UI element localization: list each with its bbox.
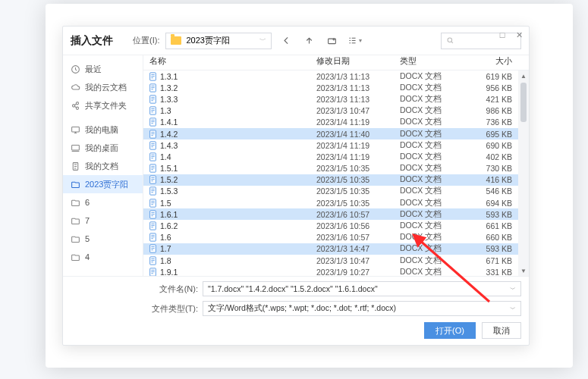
docx-icon — [148, 221, 157, 230]
folder-icon — [71, 234, 80, 244]
scroll-up-icon[interactable]: ▲ — [520, 70, 527, 81]
chevron-down-icon: ﹀ — [510, 305, 516, 313]
col-date[interactable]: 修改日期 — [316, 55, 400, 70]
close-icon[interactable]: ✕ — [514, 30, 524, 40]
sidebar: 最近我的云文档共享文件夹我的电脑我的桌面我的文档2023贾字阳6754 — [63, 55, 143, 276]
file-row[interactable]: 1.62023/1/6 10:57DOCX 文档660 KB — [143, 232, 518, 243]
docx-icon — [148, 95, 157, 104]
sidebar-item-6[interactable]: 我的文档 — [63, 157, 143, 175]
svg-rect-16 — [149, 153, 156, 161]
docx-icon — [148, 244, 157, 253]
folder-icon — [171, 36, 181, 45]
monitor-icon — [71, 125, 80, 135]
sidebar-item-7[interactable]: 2023贾字阳 — [63, 175, 143, 193]
file-row[interactable]: 1.4.12023/1/4 11:19DOCX 文档736 KB — [143, 117, 518, 128]
sidebar-item-2[interactable]: 共享文件夹 — [63, 96, 143, 114]
svg-rect-17 — [149, 164, 156, 172]
file-rows: 1.3.12023/1/3 11:13DOCX 文档619 KB1.3.2202… — [143, 70, 518, 276]
col-size[interactable]: 大小 — [465, 55, 518, 70]
svg-rect-26 — [149, 268, 156, 276]
open-button[interactable]: 打开(O) — [424, 322, 476, 339]
svg-rect-6 — [72, 127, 80, 132]
sidebar-item-4[interactable]: 我的电脑 — [63, 121, 143, 139]
location-combo[interactable]: 2023贾字阳 ﹀ — [165, 33, 272, 49]
file-row[interactable]: 1.72023/1/3 14:47DOCX 文档593 KB — [143, 243, 518, 255]
scroll-thumb[interactable] — [520, 83, 527, 122]
sidebar-item-8[interactable]: 6 — [63, 193, 143, 211]
file-row[interactable]: 1.5.32023/1/5 10:35DOCX 文档546 KB — [143, 186, 518, 197]
docx-icon — [148, 268, 157, 276]
file-row[interactable]: 1.42023/1/4 11:19DOCX 文档402 KB — [143, 151, 518, 162]
new-folder-button[interactable] — [323, 33, 340, 49]
docx-icon — [148, 117, 157, 127]
sidebar-item-1[interactable]: 我的云文档 — [63, 78, 143, 96]
file-row[interactable]: 1.3.12023/1/3 11:13DOCX 文档619 KB — [143, 70, 518, 82]
dialog-header: 插入文件 位置(I): 2023贾字阳 ﹀ ▾ — [63, 27, 529, 55]
location-value: 2023贾字阳 — [186, 35, 229, 46]
docx-icon — [148, 186, 157, 196]
docx-icon — [148, 199, 157, 208]
docx-icon — [148, 106, 157, 115]
col-type[interactable]: 类型 — [400, 55, 465, 70]
svg-rect-10 — [149, 84, 156, 92]
svg-rect-21 — [149, 211, 156, 218]
sidebar-item-5[interactable]: 我的桌面 — [63, 139, 143, 157]
file-row[interactable]: 1.4.32023/1/4 11:19DOCX 文档690 KB — [143, 139, 518, 151]
filetype-combo[interactable]: 文字/Word格式(*.wps; *.wpt; *.doc; *.dot; *.… — [203, 301, 521, 316]
file-row[interactable]: 1.3.32023/1/3 11:13DOCX 文档421 KB — [143, 93, 518, 105]
folder-icon — [71, 252, 80, 262]
cancel-button[interactable]: 取消 — [482, 322, 521, 339]
docx-icon — [148, 210, 157, 219]
filetype-label: 文件类型(T): — [151, 303, 198, 315]
svg-point-1 — [448, 38, 452, 42]
docx-icon — [148, 152, 157, 161]
file-row[interactable]: 1.6.22023/1/6 10:56DOCX 文档661 KB — [143, 220, 518, 231]
view-mode-button[interactable]: ▾ — [346, 33, 363, 49]
chevron-down-icon: ﹀ — [259, 36, 266, 45]
file-row[interactable]: 1.3.22023/1/3 11:13DOCX 文档956 KB — [143, 82, 518, 93]
svg-rect-15 — [149, 142, 156, 149]
folder-icon — [71, 180, 80, 190]
svg-rect-7 — [72, 145, 80, 150]
file-row[interactable]: 1.82023/1/3 10:47DOCX 文档671 KB — [143, 255, 518, 266]
svg-rect-23 — [149, 233, 156, 241]
column-headers[interactable]: 名称 修改日期 类型 大小 — [143, 55, 529, 70]
svg-rect-24 — [149, 245, 156, 252]
docx-icon — [148, 130, 157, 139]
svg-rect-25 — [149, 256, 156, 264]
clock-icon — [71, 64, 80, 74]
scroll-down-icon[interactable]: ▼ — [520, 265, 527, 276]
docx-icon — [148, 72, 157, 81]
file-row[interactable]: 1.52023/1/5 10:35DOCX 文档694 KB — [143, 197, 518, 208]
svg-rect-22 — [149, 222, 156, 230]
file-row[interactable]: 1.32023/1/3 10:47DOCX 文档986 KB — [143, 105, 518, 117]
filename-label: 文件名(N): — [151, 283, 198, 295]
svg-rect-13 — [149, 118, 156, 126]
sidebar-item-0[interactable]: 最近 — [63, 60, 143, 78]
up-button[interactable] — [300, 33, 317, 49]
svg-rect-12 — [149, 107, 156, 114]
docx-icon — [148, 164, 157, 173]
file-list-area: 名称 修改日期 类型 大小 1.3.12023/1/3 11:13DOCX 文档… — [143, 55, 529, 276]
svg-rect-18 — [149, 176, 156, 183]
sidebar-item-10[interactable]: 5 — [63, 230, 143, 248]
file-row[interactable]: 1.4.22023/1/4 11:40DOCX 文档695 KB — [143, 128, 518, 139]
sidebar-item-11[interactable]: 4 — [63, 248, 143, 266]
back-button[interactable] — [278, 33, 294, 49]
location-label: 位置(I): — [133, 35, 159, 46]
scrollbar[interactable]: ▲ ▼ — [518, 70, 529, 276]
svg-rect-9 — [149, 72, 156, 80]
col-name[interactable]: 名称 — [143, 55, 316, 70]
file-row[interactable]: 1.5.22023/1/5 10:35DOCX 文档416 KB — [143, 174, 518, 186]
docx-icon — [148, 175, 157, 184]
docx-icon — [148, 141, 157, 150]
sidebar-item-9[interactable]: 7 — [63, 211, 143, 230]
file-row[interactable]: 1.6.12023/1/6 10:57DOCX 文档593 KB — [143, 208, 518, 220]
docx-icon — [148, 83, 157, 92]
filename-input[interactable]: "1.7.docx" "1.4.2.docx" "1.5.2.docx" "1.… — [203, 281, 521, 296]
maximize-icon[interactable]: □ — [497, 30, 508, 40]
file-row[interactable]: 1.9.12023/1/9 10:27DOCX 文档331 KB — [143, 266, 518, 276]
folder-icon — [71, 198, 80, 208]
cloud-icon — [71, 83, 80, 92]
file-row[interactable]: 1.5.12023/1/5 10:35DOCX 文档730 KB — [143, 163, 518, 174]
